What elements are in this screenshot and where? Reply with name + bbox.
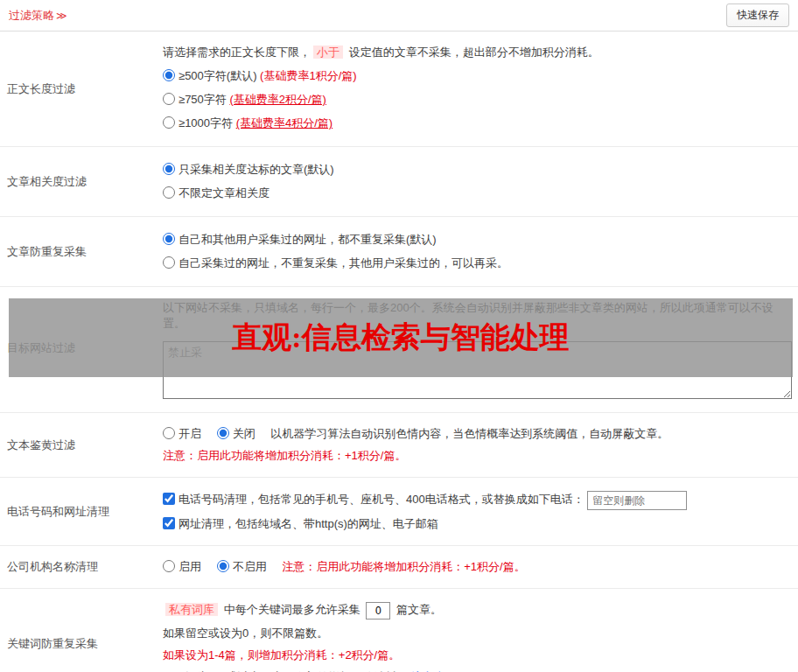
length-option-1000-text: ≥1000字符 (178, 116, 236, 130)
phone-cleanup-option[interactable]: 电话号码清理，包括常见的手机号、座机号、400电话格式，或替换成如下电话： (163, 493, 584, 506)
porn-desc: 以机器学习算法自动识别色情内容，当色情概率达到系统阈值，自动屏蔽文章。 (270, 427, 668, 440)
dedup-option-all-users[interactable]: 自己和其他用户采集过的网址，都不重复采集(默认) (163, 232, 791, 248)
length-radio-500[interactable] (163, 69, 175, 81)
length-intro-pre: 请选择需求的正文长度下限， (163, 46, 311, 59)
length-option-1000-note: (基础费率4积分/篇) (236, 116, 333, 130)
keyword-note-zero: 如果留空或设为0，则不限篇数。 (163, 626, 791, 641)
porn-options-line: 开启 关闭 以机器学习算法自动识别色情内容，当色情概率达到系统阈值，自动屏蔽文章… (163, 426, 791, 442)
keyword-note-cost: 如果设为1-4篇，则增加积分消耗：+2积分/篇。 (163, 648, 791, 663)
row-label-company: 公司机构名称清理 (0, 546, 156, 588)
row-company-cleanup: 公司机构名称清理 启用 不启用 注意：启用此功能将增加积分消耗：+1积分/篇。 (0, 546, 798, 589)
company-enable-text: 启用 (178, 560, 201, 573)
page-title[interactable]: 过滤策略≫ (9, 8, 67, 24)
relevance-option-strict[interactable]: 只采集相关度达标的文章(默认) (163, 162, 791, 178)
dedup-option-self-only-text: 自己采集过的网址，不重复采集，其他用户采集过的，可以再采。 (178, 256, 508, 270)
length-radio-750[interactable] (163, 93, 175, 105)
length-option-500-text: ≥500字符(默认) (178, 69, 260, 82)
watermark-overlay: 直观:信息检索与智能处理 (9, 298, 793, 377)
dedup-radio-self-only[interactable] (163, 256, 175, 269)
length-option-750-note: (基础费率2积分/篇) (229, 93, 326, 106)
porn-cost-note: 注意：启用此功能将增加积分消耗：+1积分/篇。 (163, 448, 791, 464)
row-relevance-filter: 文章相关度过滤 只采集相关度达标的文章(默认) 不限定文章相关度 (0, 147, 798, 217)
company-option-enable[interactable]: 启用 (163, 560, 201, 573)
url-cleanup-option[interactable]: 网址清理，包括纯域名、带http(s)的网址、电子邮箱 (163, 517, 438, 530)
url-cleanup-checkbox[interactable] (163, 517, 175, 529)
private-lexicon-highlight: 私有词库 (165, 603, 218, 616)
length-option-500[interactable]: ≥500字符(默认) (基础费率1积分/篇) (163, 68, 791, 84)
company-radio-disable[interactable] (217, 560, 229, 572)
dedup-option-self-only[interactable]: 自己采集过的网址，不重复采集，其他用户采集过的，可以再采。 (163, 256, 791, 271)
company-options-line: 启用 不启用 注意：启用此功能将增加积分消耗：+1积分/篇。 (163, 559, 791, 575)
row-keyword-limit: 关键词防重复采集 私有词库 中每个关键词最多允许采集 篇文章。 如果留空或设为0… (0, 589, 798, 672)
relevance-option-any-text: 不限定文章相关度 (178, 186, 270, 200)
company-option-disable[interactable]: 不启用 (217, 560, 267, 573)
row-porn-filter: 文本鉴黄过滤 开启 关闭 以机器学习算法自动识别色情内容，当色情概率达到系统阈值… (0, 413, 798, 478)
length-radio-1000[interactable] (163, 116, 175, 129)
url-cleanup-line: 网址清理，包括纯域名、带http(s)的网址、电子邮箱 (163, 516, 791, 532)
row-label-dedup: 文章防重复采集 (0, 217, 156, 286)
keyword-limit-text: 中每个关键词最多允许采集 (224, 603, 360, 616)
replacement-phone-input[interactable] (587, 491, 687, 510)
row-label-phone: 电话号码和网址清理 (0, 478, 156, 545)
row-label-keyword: 关键词防重复采集 (0, 589, 156, 672)
dedup-option-all-users-text: 自己和其他用户采集过的网址，都不重复采集(默认) (178, 233, 437, 246)
chevron-double-icon: ≫ (56, 10, 67, 22)
phone-cleanup-text: 电话号码清理，包括常见的手机号、座机号、400电话格式，或替换成如下电话： (178, 493, 584, 506)
keyword-limit-input[interactable] (366, 602, 390, 620)
length-option-1000[interactable]: ≥1000字符 (基础费率4积分/篇) (163, 116, 791, 131)
porn-option-off[interactable]: 关闭 (217, 427, 256, 440)
keyword-limit-suffix: 篇文章。 (396, 603, 442, 616)
watermark-text: 直观:信息检索与智能处理 (232, 318, 569, 358)
relevance-option-any[interactable]: 不限定文章相关度 (163, 186, 791, 201)
porn-radio-off[interactable] (217, 427, 229, 439)
company-radio-enable[interactable] (163, 560, 175, 572)
phone-cleanup-line: 电话号码清理，包括常见的手机号、座机号、400电话格式，或替换成如下电话： (163, 491, 791, 510)
relevance-radio-strict[interactable] (163, 163, 175, 175)
company-disable-text: 不启用 (233, 560, 267, 573)
keyword-limit-line: 私有词库 中每个关键词最多允许采集 篇文章。 (163, 602, 791, 620)
porn-on-text: 开启 (178, 427, 201, 440)
length-intro: 请选择需求的正文长度下限，小于 设定值的文章不采集，超出部分不增加积分消耗。 (163, 45, 791, 60)
url-cleanup-text: 网址清理，包括纯域名、带http(s)的网址、电子邮箱 (178, 517, 438, 530)
company-cost-note: 注意：启用此功能将增加积分消耗：+1积分/篇。 (282, 560, 525, 573)
row-dedup-filter: 文章防重复采集 自己和其他用户采集过的网址，都不重复采集(默认) 自己采集过的网… (0, 217, 798, 287)
row-length-filter: 正文长度过滤 请选择需求的正文长度下限，小于 设定值的文章不采集，超出部分不增加… (0, 32, 798, 147)
relevance-option-strict-text: 只采集相关度达标的文章(默认) (178, 163, 334, 176)
porn-radio-on[interactable] (163, 427, 175, 439)
length-intro-post: 设定值的文章不采集，超出部分不增加积分消耗。 (349, 46, 599, 59)
relevance-radio-any[interactable] (163, 186, 175, 199)
length-option-750-text: ≥750字符 (178, 93, 229, 106)
row-label-length: 正文长度过滤 (0, 32, 156, 146)
phone-cleanup-checkbox[interactable] (163, 493, 175, 505)
porn-option-on[interactable]: 开启 (163, 427, 201, 440)
page-title-text: 过滤策略 (9, 9, 54, 22)
length-option-750[interactable]: ≥750字符 (基础费率2积分/篇) (163, 92, 791, 108)
topbar: 过滤策略≫ 快速保存 (0, 0, 798, 32)
row-phone-url-cleanup: 电话号码和网址清理 电话号码清理，包括常见的手机号、座机号、400电话格式，或替… (0, 478, 798, 546)
length-intro-highlight: 小于 (313, 46, 343, 59)
row-label-porn: 文本鉴黄过滤 (0, 413, 156, 477)
porn-off-text: 关闭 (233, 427, 256, 440)
quick-save-button[interactable]: 快速保存 (726, 4, 789, 27)
dedup-radio-all-users[interactable] (163, 233, 175, 245)
row-label-relevance: 文章相关度过滤 (0, 147, 156, 216)
length-option-500-note: (基础费率1积分/篇) (260, 69, 357, 82)
